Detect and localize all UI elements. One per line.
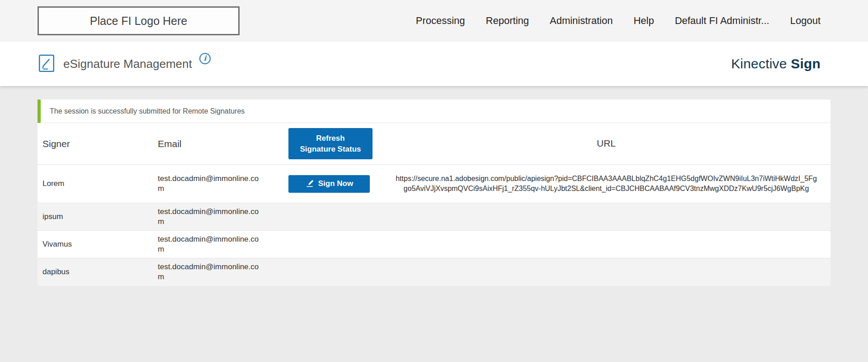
success-alert-message: The session is successfully submitted fo… xyxy=(50,107,245,115)
signer-email-text: test.docadmin@immonline.com xyxy=(158,174,263,194)
nav-item-administration[interactable]: Administration xyxy=(550,15,613,27)
signer-email: test.docadmin@immonline.com xyxy=(158,231,288,258)
brand-name-secondary: Sign xyxy=(791,56,821,71)
brand-logo: Kinective Sign xyxy=(731,56,821,71)
column-header-email: Email xyxy=(158,135,288,153)
nav-item-help[interactable]: Help xyxy=(633,15,654,27)
signer-email-text: test.docadmin@immonline.com xyxy=(158,234,263,254)
column-header-action: Refresh Signature Status xyxy=(288,124,382,163)
action-cell: Sign Now xyxy=(288,171,382,196)
table-row: Lorem test.docadmin@immonline.com Sign N… xyxy=(38,165,830,203)
signing-url xyxy=(382,213,830,220)
signer-name: dapibus xyxy=(38,264,158,280)
sign-now-label: Sign Now xyxy=(318,179,353,188)
signer-email: test.docadmin@immonline.com xyxy=(158,170,288,197)
signer-email-text: test.docadmin@immonline.com xyxy=(158,262,263,282)
fi-logo-placeholder: Place FI Logo Here xyxy=(38,6,240,35)
action-cell xyxy=(288,213,382,220)
main-content: The session is successfully submitted fo… xyxy=(0,86,868,286)
page-title: eSignature Management xyxy=(63,57,192,71)
table-header-row: Signer Email Refresh Signature Status UR… xyxy=(38,123,830,165)
brand-name-primary: Kinective xyxy=(731,56,787,71)
column-header-url: URL xyxy=(382,133,830,153)
column-header-signer: Signer xyxy=(38,135,158,153)
top-bar: Place FI Logo Here Processing Reporting … xyxy=(0,0,868,42)
signing-url: https://secure.na1.adobesign.com/public/… xyxy=(382,170,830,197)
table-row: dapibus test.docadmin@immonline.com xyxy=(38,258,830,286)
success-alert: The session is successfully submitted fo… xyxy=(38,100,830,123)
page-header: eSignature Management i Kinective Sign xyxy=(0,42,868,86)
signing-url xyxy=(382,241,830,248)
signers-table: Signer Email Refresh Signature Status UR… xyxy=(38,123,830,286)
nav-item-processing[interactable]: Processing xyxy=(416,15,465,27)
fi-logo-text: Place FI Logo Here xyxy=(90,14,187,28)
signing-url xyxy=(382,268,830,276)
nav-item-user-menu[interactable]: Default FI Administr... xyxy=(675,15,769,27)
signer-email-text: test.docadmin@immonline.com xyxy=(158,207,263,227)
nav-item-reporting[interactable]: Reporting xyxy=(486,15,529,27)
signer-name: Vivamus xyxy=(38,236,158,252)
signer-email: test.docadmin@immonline.com xyxy=(158,258,288,286)
page-header-left: eSignature Management i xyxy=(38,54,211,73)
action-cell xyxy=(288,241,382,248)
table-row: ipsum test.docadmin@immonline.com xyxy=(38,203,830,230)
info-icon[interactable]: i xyxy=(199,53,211,64)
signature-pen-icon xyxy=(305,179,314,188)
refresh-signature-status-button[interactable]: Refresh Signature Status xyxy=(288,128,373,160)
top-nav: Processing Reporting Administration Help… xyxy=(416,15,821,27)
signer-name: ipsum xyxy=(38,209,158,225)
table-row: Vivamus test.docadmin@immonline.com xyxy=(38,230,830,258)
action-cell xyxy=(288,268,382,276)
esignature-document-icon xyxy=(38,54,56,73)
sign-now-button[interactable]: Sign Now xyxy=(288,175,370,193)
signer-email: test.docadmin@immonline.com xyxy=(158,203,288,230)
signer-name: Lorem xyxy=(38,176,158,192)
nav-item-logout[interactable]: Logout xyxy=(790,15,821,27)
